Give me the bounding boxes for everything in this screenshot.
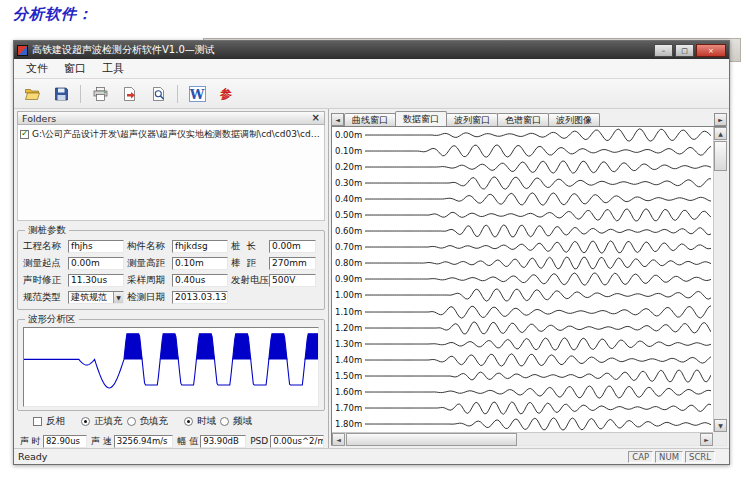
depth-label: 0.10m <box>332 146 365 156</box>
time-domain-radio[interactable] <box>184 417 193 426</box>
freq-domain-radio[interactable] <box>220 417 229 426</box>
field-label: 测量高距 <box>127 257 171 270</box>
waveform-row[interactable]: 0.40m <box>332 191 713 207</box>
close-button[interactable]: × <box>696 44 726 57</box>
measure-start-field[interactable]: 0.00m <box>68 257 124 270</box>
waveform-row[interactable]: 1.40m <box>332 352 713 368</box>
waveform-row[interactable]: 0.60m <box>332 223 713 239</box>
folders-close-icon[interactable]: × <box>312 113 320 123</box>
depth-label: 1.50m <box>332 371 365 381</box>
tab-4[interactable]: 色谱窗口 <box>497 113 549 126</box>
tab-5[interactable]: 波列图像 <box>548 113 600 126</box>
export-icon <box>121 86 138 102</box>
waveform-trace <box>365 191 711 207</box>
tabs-scroll-right-icon[interactable]: ► <box>714 113 727 126</box>
waveform-row[interactable]: 0.70m <box>332 239 713 255</box>
waveform-trace <box>365 320 711 336</box>
window-controls: – □ × <box>654 44 726 57</box>
time-correction-field[interactable]: 11.30us <box>68 274 124 287</box>
tab-2[interactable]: 数据窗口 <box>395 111 447 126</box>
scroll-right-icon[interactable]: ► <box>700 433 713 446</box>
print-button[interactable] <box>87 82 113 106</box>
waveform-trace <box>365 368 711 384</box>
field-label: 声时修正 <box>23 274 67 287</box>
standard-type-value: 建筑规范 <box>71 292 107 302</box>
psd-label: PSD <box>250 436 268 446</box>
pile-length-field[interactable]: 0.00m <box>269 240 316 253</box>
display-controls: 反相 正填充 负填充 时域 频域 <box>17 413 325 430</box>
tab-1[interactable]: 曲线窗口 <box>344 113 396 126</box>
vertical-scrollbar[interactable]: ▲ ▼ <box>713 127 726 432</box>
tabs-scroll-left-icon[interactable]: ◄ <box>331 113 344 126</box>
maximize-button[interactable]: □ <box>675 44 694 57</box>
folders-tree: G:\公司产品设计开发\超声仪器\超声仪实地检测数据调制\cd\cd03\cd0… <box>17 125 325 221</box>
project-name-field[interactable]: fhjhs <box>68 240 124 253</box>
component-name-field[interactable]: fhjkdsg <box>172 240 228 253</box>
vscroll-thumb[interactable] <box>714 141 727 171</box>
waveform-analysis-title: 波形分析区 <box>25 313 79 326</box>
waveform-row[interactable]: 1.20m <box>332 320 713 336</box>
toolbar-separator <box>177 85 178 103</box>
field-label: 测量起点 <box>23 257 67 270</box>
menu-window[interactable]: 窗口 <box>56 59 94 78</box>
left-panel: Folders × G:\公司产品设计开发\超声仪器\超声仪实地检测数据调制\c… <box>14 109 328 448</box>
waveform-row[interactable]: 0.10m <box>332 143 713 159</box>
fill-positive-radio[interactable] <box>81 417 90 426</box>
waveform-row[interactable]: 0.20m <box>332 159 713 175</box>
waveform-row[interactable]: 0.30m <box>332 175 713 191</box>
status-indicator-scrl: SCRL <box>685 451 715 463</box>
chevron-down-icon[interactable]: ▼ <box>113 292 123 303</box>
depth-label: 1.60m <box>332 387 365 397</box>
tree-item[interactable]: G:\公司产品设计开发\超声仪器\超声仪实地检测数据调制\cd\cd03\cd0… <box>20 128 322 141</box>
measure-step-field[interactable]: 0.10m <box>172 257 228 270</box>
parameter-button[interactable]: 参 <box>213 82 239 106</box>
horizontal-scrollbar[interactable]: ◄ ► <box>332 432 713 445</box>
main-area: Folders × G:\公司产品设计开发\超声仪器\超声仪实地检测数据调制\c… <box>14 109 729 448</box>
waveform-row[interactable]: 0.80m <box>332 255 713 271</box>
field-label: 构件名称 <box>127 240 171 253</box>
waveform-row[interactable]: 1.50m <box>332 368 713 384</box>
fill-positive-label: 正填充 <box>94 415 123 428</box>
menu-file[interactable]: 文件 <box>18 59 56 78</box>
waveform-row[interactable]: 1.80m <box>332 416 713 432</box>
waveform-row[interactable]: 1.10m <box>332 304 713 320</box>
export-button[interactable] <box>116 82 142 106</box>
invert-checkbox[interactable] <box>33 417 42 426</box>
waveform-row[interactable]: 0.50m <box>332 207 713 223</box>
scroll-left-icon[interactable]: ◄ <box>332 433 345 446</box>
tree-item-checkbox[interactable] <box>20 130 29 139</box>
waveform-row[interactable]: 1.70m <box>332 400 713 416</box>
minimize-button[interactable]: – <box>654 44 673 57</box>
print-preview-button[interactable] <box>145 82 171 106</box>
waveform-row[interactable]: 1.00m <box>332 287 713 303</box>
hscroll-thumb[interactable] <box>346 433 517 446</box>
waveform-row[interactable]: 0.00m <box>332 127 713 143</box>
word-export-button[interactable]: W <box>184 82 210 106</box>
sound-time-value: 82.90us <box>43 435 87 448</box>
sample-period-field[interactable]: 0.40us <box>172 274 228 287</box>
field-label: 采样周期 <box>127 274 171 287</box>
menu-bar: 文件 窗口 工具 <box>14 59 729 79</box>
tab-3[interactable]: 波列窗口 <box>446 113 498 126</box>
field-label: 规范类型 <box>23 291 67 304</box>
title-bar[interactable]: 高铁建设超声波检测分析软件V1.0—测试 – □ × <box>14 41 729 59</box>
scroll-down-icon[interactable]: ▼ <box>714 419 727 432</box>
fill-negative-radio[interactable] <box>127 417 136 426</box>
tube-spacing-field[interactable]: 270mm <box>269 257 316 270</box>
invert-label: 反相 <box>46 415 65 428</box>
waveform-plot[interactable] <box>23 327 319 407</box>
waveform-row[interactable]: 1.60m <box>332 384 713 400</box>
standard-type-select[interactable]: 建筑规范▼ <box>68 291 124 304</box>
open-file-button[interactable] <box>19 82 45 106</box>
waveform-row[interactable]: 0.90m <box>332 271 713 287</box>
freq-domain-label: 频域 <box>233 415 252 428</box>
scroll-up-icon[interactable]: ▲ <box>714 127 727 140</box>
menu-tools[interactable]: 工具 <box>94 59 132 78</box>
voltage-field[interactable]: 500V <box>269 274 316 287</box>
waveform-row[interactable]: 1.30m <box>332 336 713 352</box>
save-button[interactable] <box>48 82 74 106</box>
test-date-field[interactable]: 2013.03.13 <box>172 291 228 304</box>
waveform-analysis-group: 波形分析区 <box>17 313 325 411</box>
depth-label: 1.70m <box>332 403 365 413</box>
waveform-trace <box>365 207 711 223</box>
